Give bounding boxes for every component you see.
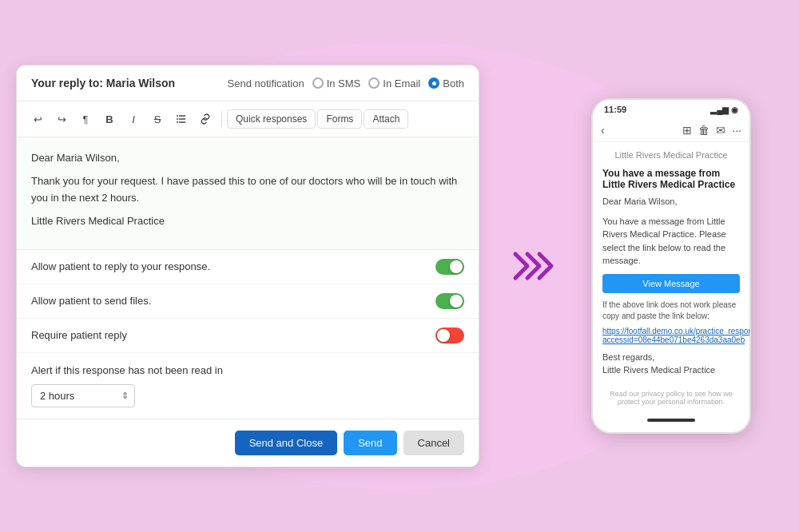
main-container: Your reply to: Maria Wilson Send notific…: [16, 65, 783, 466]
phone-content: Little Rivers Medical Practice You have …: [593, 142, 749, 385]
link-button[interactable]: [194, 108, 217, 130]
svg-point-4: [177, 118, 178, 120]
option-label-files: Allow patient to send files.: [31, 295, 151, 307]
message-area[interactable]: Dear Maria Wilson, Thank you for your re…: [17, 137, 479, 249]
phone-time: 11:59: [604, 105, 626, 114]
radio-both-circle: [428, 77, 439, 89]
undo-button[interactable]: ↩: [26, 108, 49, 130]
reply-panel: Your reply to: Maria Wilson Send notific…: [16, 65, 479, 466]
send-button[interactable]: Send: [344, 431, 396, 455]
option-row-require: Require patient reply: [17, 319, 479, 353]
back-icon[interactable]: ‹: [601, 124, 605, 137]
phone-mockup: 11:59 ▂▄▆ ◉ ‹ ⊞ 🗑 ✉ ··· Little Rivers Me…: [591, 98, 751, 434]
grid-icon[interactable]: ⊞: [682, 124, 692, 137]
toggle-knob-reply: [450, 260, 463, 273]
toggle-reply[interactable]: [435, 259, 464, 275]
phone-nav-bar: ‹ ⊞ 🗑 ✉ ···: [593, 119, 749, 142]
phone-status-bar: 11:59 ▂▄▆ ◉: [593, 100, 749, 119]
radio-sms-circle: [312, 77, 324, 89]
view-message-button[interactable]: View Message: [602, 274, 740, 293]
phone-regards: Best regards, Little Rivers Medical Prac…: [602, 351, 740, 377]
strikethrough-button[interactable]: S: [146, 108, 169, 130]
redo-button[interactable]: ↪: [50, 108, 73, 130]
phone-link[interactable]: https://footfall.demo.co.uk/practice_res…: [602, 327, 740, 344]
message-text: Dear Maria Wilson, Thank you for your re…: [31, 150, 464, 229]
toggle-require[interactable]: [435, 328, 464, 343]
toggle-knob-require: [437, 329, 450, 342]
option-label-reply: Allow patient to reply to your response.: [31, 260, 210, 272]
option-label-require: Require patient reply: [31, 329, 127, 341]
toolbar: ↩ ↪ ¶ B I S Quick responses Forms Attach: [17, 101, 479, 137]
toggle-knob-files: [450, 295, 463, 308]
mail-icon[interactable]: ✉: [716, 124, 725, 137]
notification-group: Send notification In SMS In Email Both: [228, 77, 464, 89]
option-row-reply: Allow patient to reply to your response.: [17, 250, 479, 284]
phone-greeting: Dear Maria Wilson,: [602, 195, 740, 208]
list-button[interactable]: [170, 108, 193, 130]
phone-body: You have a message from Little Rivers Me…: [602, 215, 740, 268]
paragraph-button[interactable]: ¶: [74, 108, 97, 130]
more-icon[interactable]: ···: [732, 124, 741, 137]
forms-button[interactable]: Forms: [317, 109, 362, 129]
message-body: Thank you for your request. I have passe…: [31, 173, 464, 207]
cancel-button[interactable]: Cancel: [403, 431, 464, 455]
radio-email[interactable]: In Email: [368, 77, 420, 89]
alert-section: Alert if this response has not been read…: [17, 353, 479, 419]
phone-message-title: You have a message from Little Rivers Me…: [602, 168, 740, 190]
radio-email-circle: [368, 77, 380, 89]
quick-responses-button[interactable]: Quick responses: [227, 109, 316, 129]
phone-footer-text: Read our privacy policy to see how we pr…: [593, 385, 749, 411]
alert-select[interactable]: 30 minutes 1 hour 2 hours 4 hours 8 hour…: [31, 384, 135, 407]
forward-arrows-icon: [511, 246, 559, 286]
option-row-files: Allow patient to send files.: [17, 284, 479, 319]
notification-label: Send notification: [228, 77, 304, 89]
arrows-container: [511, 246, 559, 286]
toggle-files[interactable]: [435, 293, 464, 309]
phone-fallback-text: If the above link does not work please c…: [602, 300, 740, 322]
radio-both[interactable]: Both: [428, 77, 464, 89]
svg-point-5: [177, 121, 178, 123]
phone-regards-name: Little Rivers Medical Practice: [602, 363, 740, 377]
options-section: Allow patient to reply to your response.…: [17, 250, 479, 353]
phone-home-indicator: [647, 419, 695, 422]
attach-button[interactable]: Attach: [364, 109, 408, 129]
alert-label: Alert if this response has not been read…: [31, 364, 464, 376]
message-greeting: Dear Maria Wilson,: [31, 150, 464, 167]
phone-sender-name: Little Rivers Medical Practice: [602, 150, 740, 160]
trash-icon[interactable]: 🗑: [698, 124, 710, 137]
alert-select-wrapper: 30 minutes 1 hour 2 hours 4 hours 8 hour…: [31, 384, 135, 407]
panel-header: Your reply to: Maria Wilson Send notific…: [17, 66, 479, 101]
bold-button[interactable]: B: [98, 108, 121, 130]
phone-signal-icon: ▂▄▆ ◉: [710, 105, 738, 114]
italic-button[interactable]: I: [122, 108, 145, 130]
message-signature: Little Rivers Medical Practice: [31, 213, 464, 230]
send-and-close-button[interactable]: Send and Close: [235, 431, 338, 455]
svg-point-3: [177, 115, 178, 117]
radio-sms[interactable]: In SMS: [312, 77, 361, 89]
panel-title: Your reply to: Maria Wilson: [31, 77, 175, 89]
toolbar-divider: [221, 111, 222, 127]
panel-footer: Send and Close Send Cancel: [17, 419, 479, 466]
